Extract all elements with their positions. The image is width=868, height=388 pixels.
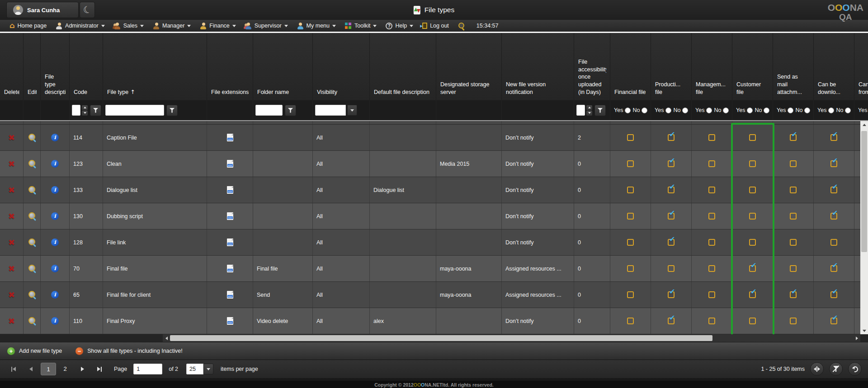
code-filter-input[interactable] [72, 105, 80, 116]
column-header-default-file-description[interactable]: Default file description [370, 33, 436, 100]
column-header-production-file[interactable]: Producti... file [651, 33, 692, 100]
nav-item-my-menu[interactable]: My menu [293, 20, 340, 32]
column-header-code[interactable]: Code [70, 33, 103, 100]
edit-row-button[interactable] [28, 291, 36, 299]
file-type-description-info-button[interactable]: i [51, 134, 59, 141]
column-header-delete[interactable]: Delete [0, 33, 24, 100]
vertical-scrollbar-thumb[interactable] [861, 131, 867, 252]
customer-file-filter-no-radio[interactable] [764, 108, 769, 113]
page-number-input[interactable] [133, 364, 162, 374]
nav-item-finance[interactable]: Finance [196, 20, 240, 32]
scroll-left-button[interactable] [163, 337, 170, 340]
next-page-button[interactable] [75, 363, 90, 375]
file-type-description-info-button[interactable]: i [51, 212, 59, 220]
previous-page-button[interactable] [24, 363, 38, 375]
code-filter-button[interactable] [90, 105, 101, 116]
column-header-can-be-deleted-from[interactable]: Can dele from [854, 33, 868, 100]
column-header-file-accessibility[interactable]: File accessibility once uploaded (in Day… [574, 33, 610, 100]
table-row[interactable]: ✖i114Caption FilexxxAllDon’t notify2✔✔✔ [0, 125, 868, 151]
code-spin-up-button[interactable] [82, 105, 88, 110]
edit-row-button[interactable] [28, 212, 36, 220]
file-type-description-info-button[interactable]: i [51, 160, 59, 168]
clear-filters-button[interactable] [829, 362, 843, 376]
edit-row-button[interactable] [28, 317, 36, 325]
nav-item-help[interactable]: ?Help [382, 20, 417, 32]
page-button-1[interactable]: 1 [41, 363, 56, 375]
edit-row-button[interactable] [28, 238, 36, 247]
file-type-description-info-button[interactable]: i [51, 265, 59, 272]
delete-row-button[interactable]: ✖ [8, 317, 15, 325]
code-spin-down-button[interactable] [82, 111, 88, 116]
page-size-dropdown[interactable]: 25 [186, 364, 213, 374]
column-header-folder-name[interactable]: Folder name [253, 33, 313, 100]
column-header-new-file-version-notification[interactable]: New file version notification [502, 33, 574, 100]
delete-row-button[interactable]: ✖ [8, 265, 15, 273]
file-accessibility-spin-down-button[interactable] [586, 111, 592, 116]
edit-row-button[interactable] [28, 160, 36, 168]
nav-item-home-page[interactable]: ⌂Home page [5, 20, 51, 32]
column-header-edit[interactable]: Edit [24, 33, 41, 100]
delete-row-button[interactable]: ✖ [8, 212, 15, 220]
table-row[interactable]: ✖i110Final ProxyxxxVideo deleteAllalexDo… [0, 308, 868, 334]
financial-file-filter-yes-radio[interactable] [625, 108, 631, 113]
scroll-up-button[interactable] [860, 121, 868, 128]
nav-item-manager[interactable]: Manager [149, 20, 195, 32]
column-header-can-be-downloaded[interactable]: Can be downlo... [814, 33, 854, 100]
page-size-caret-button[interactable] [203, 364, 213, 374]
user-menu-button[interactable]: Sara Cunha [6, 2, 79, 18]
can-be-downloaded-filter-yes-radio[interactable] [828, 108, 834, 113]
fit-columns-button[interactable] [810, 362, 824, 376]
column-header-file-type[interactable]: File type↑ [103, 33, 207, 100]
horizontal-scrollbar-thumb[interactable] [170, 335, 712, 341]
table-row[interactable]: ✖i133Dialogue listxxxAllDialogue listDon… [0, 177, 868, 203]
edit-row-button[interactable] [28, 265, 36, 273]
table-row[interactable]: ✖i123CleanxxxAllMedia 2015Don’t notify0✔… [0, 151, 868, 177]
file-accessibility-filter-input[interactable] [576, 105, 585, 116]
file-type-description-info-button[interactable]: i [51, 238, 59, 246]
folder-name-filter-input[interactable] [255, 105, 283, 116]
first-page-button[interactable] [6, 363, 21, 375]
nav-item-log-out[interactable]: Log out [418, 20, 453, 32]
file-type-description-info-button[interactable]: i [51, 291, 59, 299]
send-as-mail-attachment-filter-yes-radio[interactable] [788, 108, 793, 113]
table-row[interactable]: ✖i130Dubbing scriptxxxAllDon’t notify0✔✔ [0, 203, 868, 229]
edit-row-button[interactable] [28, 186, 36, 194]
menu-search-button[interactable] [454, 20, 469, 32]
nav-item-toolkit[interactable]: Toolkit [341, 20, 381, 32]
send-as-mail-attachment-filter-no-radio[interactable] [804, 108, 810, 113]
show-all-file-types-button[interactable]: − Show all file types - including Inacti… [75, 347, 183, 355]
table-row[interactable]: ✖i70Final filexxxFinal fileAllmaya-ooona… [0, 256, 868, 282]
financial-file-filter-no-radio[interactable] [642, 108, 647, 113]
file-type-filter-input[interactable] [105, 105, 164, 116]
delete-row-button[interactable]: ✖ [8, 134, 15, 142]
production-file-filter-yes-radio[interactable] [665, 108, 671, 113]
column-header-send-as-mail-attachment[interactable]: Send as mail attachm... [773, 33, 814, 100]
nav-item-supervisor[interactable]: Supervisor [241, 20, 292, 32]
folder-name-filter-button[interactable] [285, 105, 296, 116]
delete-row-button[interactable]: ✖ [8, 291, 15, 299]
management-file-filter-yes-radio[interactable] [706, 108, 712, 113]
column-header-customer-file[interactable]: Customer file [732, 33, 773, 100]
customer-file-filter-yes-radio[interactable] [747, 108, 753, 113]
file-accessibility-spin-up-button[interactable] [586, 105, 592, 110]
table-row[interactable]: ✖i65Final file for clientxxxSendAllmaya-… [0, 282, 868, 308]
column-header-file-extensions[interactable]: File extensions [207, 33, 253, 100]
add-new-file-type-button[interactable]: + Add new file type [7, 347, 62, 355]
refresh-button[interactable] [848, 362, 862, 376]
delete-row-button[interactable]: ✖ [8, 238, 15, 247]
column-header-file-type-description[interactable]: File type description [41, 33, 70, 100]
horizontal-scrollbar[interactable] [163, 334, 860, 342]
column-header-management-file[interactable]: Managem... file [692, 33, 732, 100]
column-header-financial-file[interactable]: Financial file [610, 33, 651, 100]
can-be-downloaded-filter-no-radio[interactable] [845, 108, 851, 113]
file-type-description-info-button[interactable]: i [51, 317, 59, 325]
production-file-filter-no-radio[interactable] [682, 108, 688, 113]
file-type-filter-button[interactable] [166, 105, 178, 116]
delete-row-button[interactable]: ✖ [8, 186, 15, 194]
visibility-filter-caret-button[interactable] [347, 105, 357, 116]
visibility-filter-select[interactable] [315, 105, 346, 116]
page-button-2[interactable]: 2 [58, 363, 72, 374]
theme-toggle-button[interactable]: ☾ [80, 2, 95, 18]
scroll-down-button[interactable] [860, 327, 868, 334]
last-page-button[interactable] [92, 363, 107, 375]
